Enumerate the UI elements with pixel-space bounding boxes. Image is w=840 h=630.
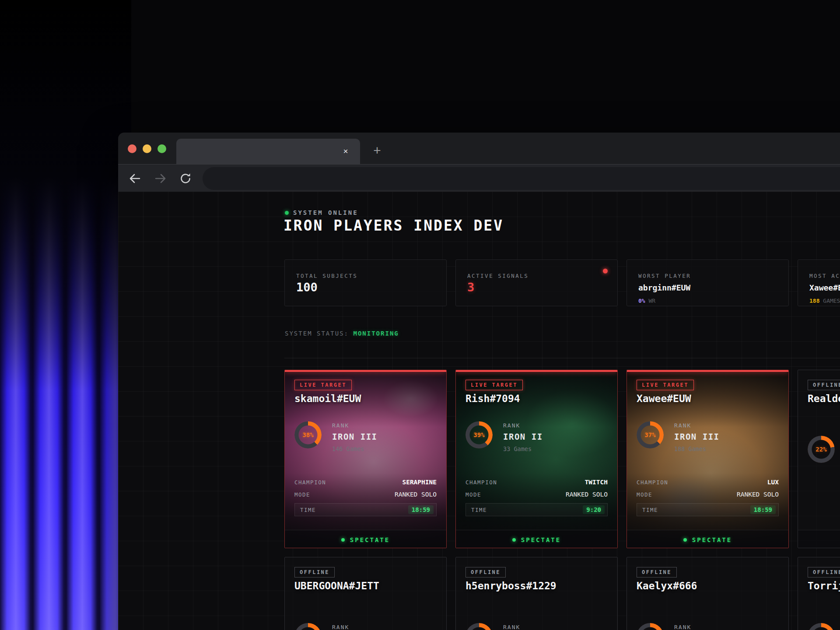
back-icon[interactable] — [128, 172, 142, 186]
rank-value: IRON II — [503, 432, 608, 441]
time-row: TIME 9:20 — [466, 503, 608, 516]
tab-close-icon[interactable]: × — [339, 145, 352, 158]
winrate-percent: 33% — [294, 623, 322, 630]
winrate-percent: 35% — [637, 623, 664, 630]
games-count: 188 Games — [674, 445, 779, 452]
system-status-line: SYSTEM STATUS: MONITORING — [285, 330, 399, 337]
spectate-dot-icon — [341, 538, 345, 542]
spectate-button[interactable]: SPECTATE — [627, 530, 788, 548]
alert-indicator-icon — [603, 269, 608, 273]
wallpaper-glow-strip — [0, 0, 131, 630]
player-card-skamoil[interactable]: LIVE TARGET skamoil#EUW 38% RANK IRON II… — [284, 370, 447, 548]
winrate-percent: 22% — [808, 436, 835, 463]
player-name: Xawee#EUW — [637, 393, 691, 404]
stat-label: WORST PLAYER — [638, 273, 691, 279]
spectate-label: SPECTATE — [521, 536, 561, 543]
player-name: Torrij — [808, 580, 840, 592]
card-footer[interactable] — [798, 530, 840, 548]
rank-label: RANK — [674, 624, 779, 630]
champion-row: CHAMPION TWITCH — [466, 479, 608, 486]
spectate-dot-icon — [683, 538, 687, 542]
new-tab-button[interactable]: + — [368, 142, 386, 160]
stat-sub-label: WR — [645, 298, 655, 304]
winrate-percent: 39% — [466, 421, 493, 448]
stat-subtext: 0% WR — [638, 298, 655, 304]
rank-block: RANK IRON IV — [674, 624, 779, 630]
stat-label: MOST ACTIVE — [809, 273, 840, 279]
champion-label: CHAMPION — [294, 479, 326, 486]
time-label: TIME — [300, 507, 316, 513]
player-card-realde[interactable]: OFFLINE Realde 22% RANK — [798, 370, 840, 548]
champion-value: TWITCH — [585, 479, 608, 486]
stat-value: abrginn#EUW — [638, 283, 690, 292]
spectate-label: SPECTATE — [692, 536, 732, 543]
mode-label: MODE — [466, 491, 481, 498]
offline-badge: OFFLINE — [808, 380, 840, 390]
player-name: Realde — [808, 393, 840, 404]
mode-label: MODE — [294, 491, 310, 498]
player-card-h5enryboss[interactable]: OFFLINE h5enryboss#1229 47% RANK BRONZE … — [455, 557, 618, 630]
time-value: 18:59 — [408, 505, 434, 514]
player-name: h5enryboss#1229 — [466, 580, 556, 592]
games-count: 33 Games — [503, 445, 608, 452]
player-card-xawee[interactable]: LIVE TARGET Xawee#EUW 37% RANK IRON III … — [626, 370, 789, 548]
offline-badge: OFFLINE — [637, 567, 677, 578]
player-card-rish[interactable]: LIVE TARGET Rish#7094 39% RANK IRON II 3… — [455, 370, 618, 548]
offline-badge: OFFLINE — [294, 567, 335, 578]
champion-row: CHAMPION LUX — [637, 479, 779, 486]
forward-icon[interactable] — [154, 172, 168, 186]
stat-value: 100 — [296, 280, 318, 294]
window-close-button[interactable] — [128, 144, 136, 153]
system-online-indicator: SYSTEM ONLINE — [285, 209, 358, 216]
champion-value: LUX — [767, 479, 779, 486]
player-card-ubergoona[interactable]: OFFLINE UBERGOONA#JETT 33% RANK IRON IV — [284, 557, 447, 630]
player-card-kaelyx[interactable]: OFFLINE Kaelyx#666 35% RANK IRON IV — [626, 557, 789, 630]
player-name: skamoil#EUW — [294, 393, 361, 404]
champion-row: CHAMPION SERAPHINE — [294, 479, 437, 486]
stat-label: TOTAL SUBJECTS — [296, 273, 357, 279]
address-bar[interactable] — [203, 167, 840, 190]
player-card-torrij[interactable]: OFFLINE Torrij 35% RANK — [798, 557, 840, 630]
stat-sub-value: 0% — [638, 298, 645, 304]
winrate-percent: 38% — [294, 421, 322, 448]
rank-block: RANK BRONZE IV — [503, 624, 608, 630]
time-row: TIME 18:59 — [637, 503, 779, 516]
stat-card-total-subjects: TOTAL SUBJECTS 100 — [284, 259, 447, 306]
rank-label: RANK — [503, 422, 608, 429]
stat-value: Xawee#EUW — [809, 283, 840, 292]
dashboard-page: SYSTEM ONLINE IRON PLAYERS INDEX DEV TOT… — [118, 192, 840, 630]
online-dot-icon — [285, 211, 289, 215]
system-online-label: SYSTEM ONLINE — [293, 209, 358, 216]
player-name: Kaelyx#666 — [637, 580, 697, 592]
rank-block: RANK IRON IV — [332, 624, 437, 630]
live-target-badge: LIVE TARGET — [466, 380, 523, 390]
stat-subtext: 188 GAMES — [809, 298, 840, 304]
system-status-label: SYSTEM STATUS: — [285, 330, 349, 337]
browser-tab[interactable]: × — [176, 139, 360, 164]
time-value: 18:59 — [750, 505, 776, 514]
games-count: 146 Games — [332, 445, 437, 452]
live-target-badge: LIVE TARGET — [294, 380, 352, 390]
spectate-button[interactable]: SPECTATE — [456, 530, 617, 548]
rank-value: IRON III — [674, 432, 779, 441]
mode-row: MODE RANKED SOLO — [294, 491, 437, 498]
stat-card-worst-player: WORST PLAYER abrginn#EUW 0% WR — [626, 259, 789, 306]
mode-row: MODE RANKED SOLO — [466, 491, 608, 498]
player-name: UBERGOONA#JETT — [294, 580, 379, 592]
offline-badge: OFFLINE — [466, 567, 506, 578]
refresh-icon[interactable] — [178, 172, 192, 186]
mode-value: RANKED SOLO — [395, 491, 437, 498]
rank-block: RANK IRON III 146 Games — [332, 422, 437, 452]
rank-label: RANK — [332, 624, 437, 630]
spectate-button[interactable]: SPECTATE — [285, 530, 446, 548]
live-target-badge: LIVE TARGET — [637, 380, 694, 390]
mode-label: MODE — [637, 491, 652, 498]
champion-label: CHAMPION — [466, 479, 497, 486]
window-zoom-button[interactable] — [158, 144, 166, 153]
time-label: TIME — [642, 507, 658, 513]
mode-value: RANKED SOLO — [737, 491, 779, 498]
champion-label: CHAMPION — [637, 479, 668, 486]
window-minimize-button[interactable] — [143, 144, 151, 153]
system-status-value: MONITORING — [353, 330, 399, 337]
rank-block: RANK IRON II 33 Games — [503, 422, 608, 452]
